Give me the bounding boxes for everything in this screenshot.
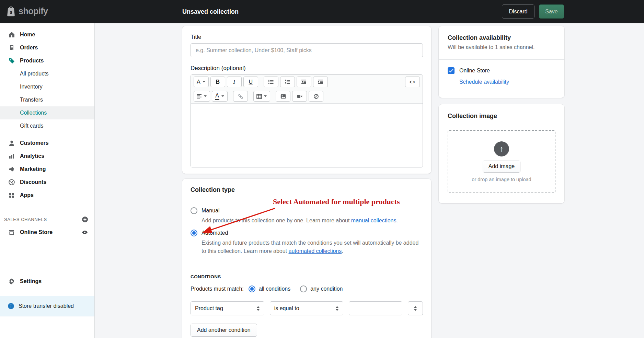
store-transfer-banner: Store transfer disabled: [0, 296, 94, 316]
condition-value-input[interactable]: [349, 301, 402, 315]
conditions-match-row: Products must match: all conditions any …: [191, 285, 423, 292]
any-condition-radio[interactable]: [300, 285, 307, 292]
sidebar-item-inventory[interactable]: Inventory: [0, 80, 94, 93]
view-store-eye-icon[interactable]: [81, 229, 88, 236]
page-title: Unsaved collection: [182, 8, 239, 15]
sidebar-item-discounts[interactable]: Discounts: [0, 176, 94, 189]
all-conditions-option: all conditions: [249, 285, 291, 292]
add-sales-channel-icon[interactable]: [82, 216, 88, 223]
bold-button[interactable]: B: [210, 77, 225, 87]
text-color-button[interactable]: A: [212, 91, 228, 102]
clear-formatting-button[interactable]: [309, 91, 323, 102]
apps-icon: [8, 192, 15, 199]
text-style-button[interactable]: A: [194, 77, 209, 87]
link-button[interactable]: [233, 91, 248, 102]
sidebar-item-apps[interactable]: Apps: [0, 189, 94, 202]
online-store-channel-label: Online Store: [459, 68, 490, 74]
divider: [182, 267, 431, 267]
online-store-checkbox[interactable]: [448, 67, 455, 74]
home-icon: [8, 31, 15, 38]
shopify-logo[interactable]: s shopify: [6, 5, 48, 16]
italic-button[interactable]: I: [227, 77, 242, 87]
numbered-list-button[interactable]: [280, 77, 295, 87]
customers-icon: [8, 140, 15, 147]
automated-radio-row: Automated: [191, 230, 423, 236]
code-view-button[interactable]: <>: [405, 77, 420, 87]
any-condition-label: any condition: [310, 286, 343, 292]
condition-operator-select[interactable]: is equal to: [270, 301, 344, 315]
sub-item-label: Collections: [20, 110, 47, 116]
indent-button[interactable]: [313, 77, 328, 87]
availability-heading: Collection availability: [448, 34, 555, 42]
schedule-availability-link[interactable]: Schedule availability: [459, 79, 509, 85]
sidebar-item-customers[interactable]: Customers: [0, 137, 94, 150]
sidebar: Home Orders Products All products Invent…: [0, 23, 95, 338]
sidebar-item-home[interactable]: Home: [0, 28, 94, 41]
condition-field-value: Product tag: [195, 305, 223, 312]
manual-collections-link[interactable]: manual collections: [351, 218, 396, 223]
insert-video-button[interactable]: [292, 91, 307, 102]
bulleted-list-button[interactable]: [264, 77, 278, 87]
sidebar-item-label: Analytics: [20, 153, 44, 159]
sidebar-nav-group: Customers Analytics Marketing: [0, 137, 94, 202]
description-editor-area[interactable]: [191, 104, 423, 167]
title-label: Title: [191, 34, 423, 40]
condition-value-stepper[interactable]: [408, 301, 423, 315]
check-icon: [449, 69, 453, 73]
sidebar-item-gift-cards[interactable]: Gift cards: [0, 119, 94, 132]
editor-toolbar-row-2: A: [191, 89, 423, 104]
sales-channels-header: SALES CHANNELS: [0, 213, 94, 226]
analytics-icon: [8, 153, 15, 160]
automated-collections-link[interactable]: automated collections: [288, 248, 342, 254]
rich-text-editor: A B I U: [191, 74, 423, 167]
availability-card: Collection availability Will be availabl…: [439, 26, 564, 98]
sidebar-nav: Home Orders Products All products Invent…: [0, 23, 94, 239]
collection-type-heading: Collection type: [191, 186, 423, 194]
updown-caret-icon: [414, 306, 417, 311]
products-subnav: All products Inventory Transfers Collect…: [0, 67, 94, 132]
conditions-heading: CONDITIONS: [191, 274, 423, 279]
automated-description: Existing and future products that match …: [202, 239, 421, 255]
collection-image-card: Collection image ↑ Add image or drop an …: [439, 104, 564, 203]
sidebar-item-online-store[interactable]: Online Store: [0, 226, 94, 239]
red-annotation-text: Select Automated for multiple products: [273, 197, 400, 206]
sidebar-item-label: Settings: [20, 278, 42, 284]
insert-image-button[interactable]: [276, 91, 290, 102]
sidebar-item-label: Home: [20, 32, 35, 38]
banner-text: Store transfer disabled: [19, 303, 74, 309]
manual-description: Add products to this collection one by o…: [202, 217, 421, 225]
info-icon: [8, 303, 14, 310]
add-condition-button[interactable]: Add another condition: [191, 324, 257, 337]
sub-item-label: Transfers: [20, 97, 43, 103]
sidebar-item-label: Online Store: [20, 229, 53, 235]
image-dropzone[interactable]: ↑ Add image or drop an image to upload: [448, 130, 555, 193]
discard-button[interactable]: Discard: [502, 4, 534, 19]
sidebar-item-label: Discounts: [20, 179, 46, 185]
sub-item-label: All products: [20, 71, 49, 77]
outdent-button[interactable]: [297, 77, 311, 87]
add-image-button[interactable]: Add image: [483, 161, 521, 173]
condition-field-select[interactable]: Product tag: [191, 301, 264, 315]
sidebar-item-transfers[interactable]: Transfers: [0, 93, 94, 106]
sidebar-item-label: Marketing: [20, 166, 46, 172]
alignment-button[interactable]: [194, 91, 210, 102]
save-button[interactable]: Save: [539, 4, 564, 19]
all-conditions-radio[interactable]: [249, 285, 255, 292]
sidebar-item-label: Customers: [20, 140, 49, 146]
sidebar-item-settings[interactable]: Settings: [0, 275, 94, 288]
shopify-admin-screen: s shopify Unsaved collection Discard Sav…: [0, 0, 644, 338]
manual-radio-label: Manual: [202, 208, 219, 214]
sidebar-item-marketing[interactable]: Marketing: [0, 163, 94, 176]
underline-button[interactable]: U: [243, 77, 258, 87]
description-label: Description (optional): [191, 65, 423, 72]
sidebar-item-products[interactable]: Products: [0, 54, 94, 67]
sidebar-item-all-products[interactable]: All products: [0, 67, 94, 80]
sidebar-item-orders[interactable]: Orders: [0, 41, 94, 54]
online-store-icon: [8, 229, 15, 236]
sidebar-item-analytics[interactable]: Analytics: [0, 150, 94, 163]
manual-radio[interactable]: [191, 207, 197, 214]
sidebar-item-collections[interactable]: Collections: [0, 106, 94, 119]
table-button[interactable]: [253, 91, 270, 102]
title-input[interactable]: [191, 43, 423, 57]
automated-radio[interactable]: [191, 230, 197, 236]
